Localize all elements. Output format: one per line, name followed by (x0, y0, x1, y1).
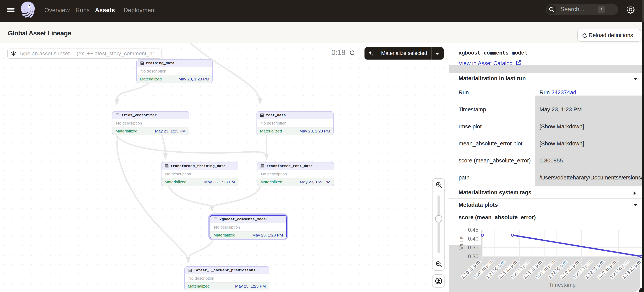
svg-text:0.35: 0.35 (468, 244, 479, 250)
svg-text:Value: Value (458, 236, 464, 250)
svg-text:Timestamp: Timestamp (549, 282, 576, 288)
svg-text:0.40: 0.40 (468, 236, 479, 242)
svg-text:0.30: 0.30 (468, 253, 479, 259)
svg-text:0.45: 0.45 (468, 227, 479, 233)
